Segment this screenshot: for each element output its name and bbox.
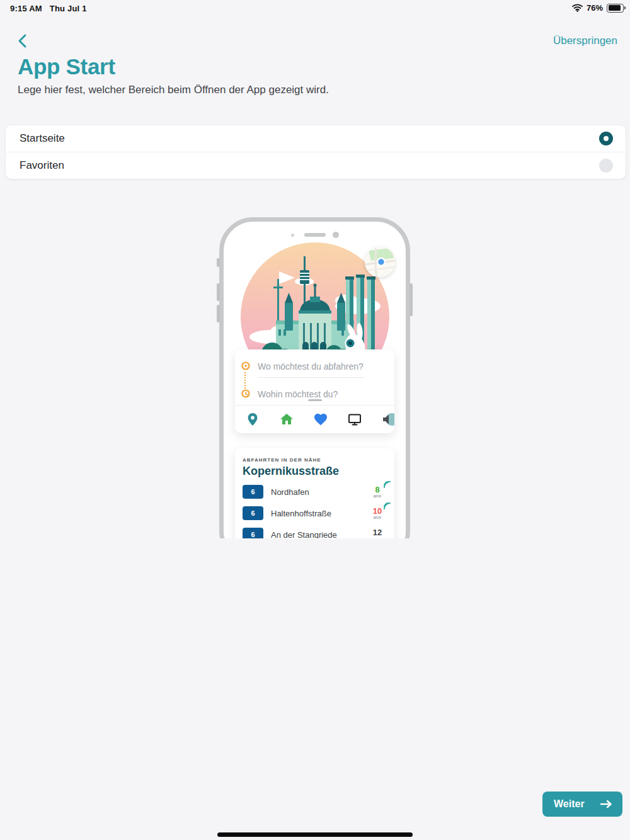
line-badge: 6 (243, 485, 263, 499)
power-button (410, 283, 413, 316)
option-label: Startseite (20, 132, 65, 145)
departure-minutes: 12 (367, 528, 388, 537)
monitor-icon (347, 412, 362, 427)
option-label: Favoriten (20, 159, 64, 172)
status-date: Thu Jul 1 (50, 4, 87, 13)
field-divider (258, 377, 364, 378)
departures-card: ABFAHRTEN IN DER NÄHE Kopernikusstraße 6… (235, 448, 394, 538)
departure-row: 6 Nordhafen 8 MIN (235, 482, 394, 501)
map-badge (365, 247, 395, 277)
realtime-icon (384, 502, 391, 509)
heart-icon (313, 412, 328, 427)
sensor-dot (291, 234, 294, 237)
front-camera (333, 232, 339, 238)
from-field: Wo möchtest du abfahren? (258, 361, 364, 372)
battery-percent: 76% (587, 3, 603, 13)
home-icon (279, 412, 294, 427)
status-time: 9:15 AM (10, 4, 42, 13)
mute-switch (217, 258, 220, 267)
search-card: Wo möchtest du abfahren? Wohin möchtest … (235, 349, 394, 433)
radio-startseite[interactable] (599, 132, 613, 145)
back-button[interactable] (15, 33, 32, 49)
minutes-unit: MIN (367, 494, 388, 499)
volume-down-button (217, 305, 220, 322)
battery-icon (607, 4, 624, 13)
route-dotted-line (244, 372, 246, 389)
departure-destination: An der Stangriede (271, 530, 337, 538)
home-indicator[interactable] (217, 832, 413, 837)
departure-destination: Nordhafen (271, 487, 309, 497)
arrow-right-icon (600, 800, 612, 809)
line-badge: 6 (243, 528, 263, 538)
next-button[interactable]: Weiter (542, 792, 622, 817)
volume-up-button (217, 283, 220, 301)
wifi-icon (572, 4, 583, 12)
page-title: App Start (18, 54, 115, 79)
next-button-label: Weiter (554, 798, 585, 810)
speaker-icon (382, 412, 394, 427)
departure-row: 6 An der Stangriede 12 (235, 525, 394, 538)
status-bar: 9:15 AMThu Jul 1 76% (0, 0, 630, 16)
station-name: Kopernikusstraße (243, 465, 339, 478)
map-icon (365, 247, 395, 277)
preview-toolbar (235, 405, 394, 433)
departures-section-label: ABFAHRTEN IN DER NÄHE (243, 457, 321, 463)
app-start-screen: 9:15 AMThu Jul 1 76% Überspringen App St… (0, 0, 630, 840)
realtime-icon (384, 481, 391, 488)
line-badge: 6 (243, 506, 263, 520)
app-start-options: Startseite Favoriten (5, 125, 626, 179)
page-subtitle: Lege hier fest, welcher Bereich beim Öff… (18, 84, 329, 96)
earpiece (304, 233, 326, 237)
minutes-unit: MIN (367, 516, 388, 520)
drag-handle (308, 399, 322, 401)
to-field: Wohin möchtest du? (258, 389, 338, 399)
departure-destination: Haltenhoffstraße (271, 509, 331, 518)
chevron-left-icon (20, 35, 25, 47)
option-startseite[interactable]: Startseite (6, 125, 626, 152)
radio-favoriten[interactable] (599, 159, 613, 173)
route-rail (241, 361, 251, 400)
phone-mockup: Wo möchtest du abfahren? Wohin möchtest … (215, 217, 415, 538)
option-favoriten[interactable]: Favoriten (6, 152, 626, 179)
departure-row: 6 Haltenhoffstraße 10 MIN (235, 504, 394, 523)
location-pin-icon (245, 412, 260, 427)
skip-link[interactable]: Überspringen (553, 35, 617, 47)
